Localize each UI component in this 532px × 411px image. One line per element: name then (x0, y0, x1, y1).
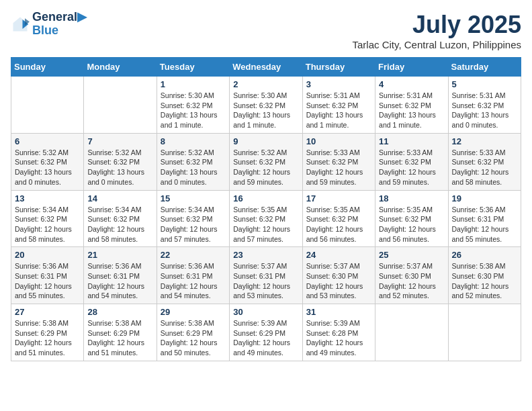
calendar-cell (11, 77, 84, 134)
day-number: 25 (379, 250, 444, 260)
day-number: 14 (87, 193, 152, 203)
calendar-cell: 28Sunrise: 5:38 AM Sunset: 6:29 PM Dayli… (84, 304, 157, 361)
logo: General▶ Blue (11, 11, 87, 38)
day-number: 10 (306, 136, 371, 146)
day-info: Sunrise: 5:32 AM Sunset: 6:32 PM Dayligh… (233, 148, 298, 187)
day-info: Sunrise: 5:34 AM Sunset: 6:32 PM Dayligh… (15, 205, 80, 244)
day-number: 29 (161, 307, 226, 317)
day-number: 20 (15, 250, 80, 260)
day-info: Sunrise: 5:36 AM Sunset: 6:31 PM Dayligh… (15, 261, 80, 301)
calendar-cell: 18Sunrise: 5:35 AM Sunset: 6:32 PM Dayli… (375, 190, 448, 247)
day-info: Sunrise: 5:31 AM Sunset: 6:32 PM Dayligh… (379, 91, 444, 130)
calendar-week-row: 27Sunrise: 5:38 AM Sunset: 6:29 PM Dayli… (11, 304, 521, 361)
calendar-cell: 17Sunrise: 5:35 AM Sunset: 6:32 PM Dayli… (302, 190, 375, 247)
day-number: 18 (379, 193, 444, 203)
day-number: 16 (233, 193, 298, 203)
day-number: 19 (452, 193, 517, 203)
day-of-week-header: Sunday (11, 58, 84, 77)
calendar-cell: 16Sunrise: 5:35 AM Sunset: 6:32 PM Dayli… (230, 190, 302, 247)
day-number: 23 (233, 250, 298, 260)
calendar-cell (84, 77, 157, 134)
day-info: Sunrise: 5:35 AM Sunset: 6:32 PM Dayligh… (233, 205, 298, 244)
day-number: 9 (233, 136, 298, 146)
day-number: 31 (306, 307, 371, 317)
day-number: 4 (379, 79, 444, 89)
calendar-cell: 22Sunrise: 5:36 AM Sunset: 6:31 PM Dayli… (157, 247, 229, 304)
calendar-cell: 1Sunrise: 5:30 AM Sunset: 6:32 PM Daylig… (157, 77, 229, 134)
day-info: Sunrise: 5:34 AM Sunset: 6:32 PM Dayligh… (87, 205, 152, 244)
calendar-cell: 5Sunrise: 5:31 AM Sunset: 6:32 PM Daylig… (448, 77, 521, 134)
day-number: 12 (452, 136, 517, 146)
day-number: 27 (15, 307, 80, 317)
day-info: Sunrise: 5:38 AM Sunset: 6:30 PM Dayligh… (452, 261, 517, 301)
day-of-week-header: Wednesday (230, 58, 302, 77)
day-info: Sunrise: 5:36 AM Sunset: 6:31 PM Dayligh… (161, 261, 226, 301)
day-of-week-header: Saturday (448, 58, 521, 77)
day-info: Sunrise: 5:31 AM Sunset: 6:32 PM Dayligh… (452, 91, 517, 130)
day-info: Sunrise: 5:32 AM Sunset: 6:32 PM Dayligh… (15, 148, 80, 187)
calendar-cell: 23Sunrise: 5:37 AM Sunset: 6:31 PM Dayli… (230, 247, 302, 304)
day-number: 17 (306, 193, 371, 203)
calendar-cell: 24Sunrise: 5:37 AM Sunset: 6:30 PM Dayli… (302, 247, 375, 304)
calendar-table: SundayMondayTuesdayWednesdayThursdayFrid… (11, 57, 521, 361)
logo-icon (11, 15, 30, 34)
day-number: 7 (87, 136, 152, 146)
calendar-cell: 25Sunrise: 5:37 AM Sunset: 6:30 PM Dayli… (375, 247, 448, 304)
day-info: Sunrise: 5:34 AM Sunset: 6:32 PM Dayligh… (161, 205, 226, 244)
day-number: 30 (233, 307, 298, 317)
calendar-cell: 30Sunrise: 5:39 AM Sunset: 6:29 PM Dayli… (230, 304, 302, 361)
calendar-cell: 10Sunrise: 5:33 AM Sunset: 6:32 PM Dayli… (302, 133, 375, 190)
day-info: Sunrise: 5:33 AM Sunset: 6:32 PM Dayligh… (379, 148, 444, 187)
day-number: 15 (161, 193, 226, 203)
day-info: Sunrise: 5:33 AM Sunset: 6:32 PM Dayligh… (306, 148, 371, 187)
day-number: 6 (15, 136, 80, 146)
calendar-cell: 20Sunrise: 5:36 AM Sunset: 6:31 PM Dayli… (11, 247, 84, 304)
calendar-cell: 13Sunrise: 5:34 AM Sunset: 6:32 PM Dayli… (11, 190, 84, 247)
calendar-cell: 6Sunrise: 5:32 AM Sunset: 6:32 PM Daylig… (11, 133, 84, 190)
day-info: Sunrise: 5:39 AM Sunset: 6:29 PM Dayligh… (233, 318, 298, 358)
page-header: General▶ Blue July 2025 Tarlac City, Cen… (11, 11, 521, 50)
calendar-cell: 7Sunrise: 5:32 AM Sunset: 6:32 PM Daylig… (84, 133, 157, 190)
day-number: 13 (15, 193, 80, 203)
day-number: 24 (306, 250, 371, 260)
calendar-cell: 21Sunrise: 5:36 AM Sunset: 6:31 PM Dayli… (84, 247, 157, 304)
calendar-cell: 31Sunrise: 5:39 AM Sunset: 6:28 PM Dayli… (302, 304, 375, 361)
calendar-cell: 26Sunrise: 5:38 AM Sunset: 6:30 PM Dayli… (448, 247, 521, 304)
calendar-week-row: 20Sunrise: 5:36 AM Sunset: 6:31 PM Dayli… (11, 247, 521, 304)
day-number: 1 (161, 79, 226, 89)
day-info: Sunrise: 5:37 AM Sunset: 6:30 PM Dayligh… (379, 261, 444, 301)
calendar-cell: 15Sunrise: 5:34 AM Sunset: 6:32 PM Dayli… (157, 190, 229, 247)
day-number: 2 (233, 79, 298, 89)
day-info: Sunrise: 5:37 AM Sunset: 6:31 PM Dayligh… (233, 261, 298, 301)
calendar-cell (448, 304, 521, 361)
calendar-header-row: SundayMondayTuesdayWednesdayThursdayFrid… (11, 58, 521, 77)
day-info: Sunrise: 5:39 AM Sunset: 6:28 PM Dayligh… (306, 318, 371, 358)
calendar-cell: 14Sunrise: 5:34 AM Sunset: 6:32 PM Dayli… (84, 190, 157, 247)
location-title: Tarlac City, Central Luzon, Philippines (352, 39, 521, 50)
day-info: Sunrise: 5:35 AM Sunset: 6:32 PM Dayligh… (306, 205, 371, 244)
day-of-week-header: Thursday (302, 58, 375, 77)
day-info: Sunrise: 5:32 AM Sunset: 6:32 PM Dayligh… (87, 148, 152, 187)
day-info: Sunrise: 5:33 AM Sunset: 6:32 PM Dayligh… (452, 148, 517, 187)
calendar-cell: 9Sunrise: 5:32 AM Sunset: 6:32 PM Daylig… (230, 133, 302, 190)
day-info: Sunrise: 5:30 AM Sunset: 6:32 PM Dayligh… (161, 91, 226, 130)
day-of-week-header: Friday (375, 58, 448, 77)
day-info: Sunrise: 5:30 AM Sunset: 6:32 PM Dayligh… (233, 91, 298, 130)
calendar-cell: 4Sunrise: 5:31 AM Sunset: 6:32 PM Daylig… (375, 77, 448, 134)
calendar-cell: 8Sunrise: 5:32 AM Sunset: 6:32 PM Daylig… (157, 133, 229, 190)
day-number: 3 (306, 79, 371, 89)
calendar-cell: 3Sunrise: 5:31 AM Sunset: 6:32 PM Daylig… (302, 77, 375, 134)
day-number: 8 (161, 136, 226, 146)
calendar-week-row: 6Sunrise: 5:32 AM Sunset: 6:32 PM Daylig… (11, 133, 521, 190)
day-info: Sunrise: 5:36 AM Sunset: 6:31 PM Dayligh… (452, 205, 517, 244)
day-info: Sunrise: 5:36 AM Sunset: 6:31 PM Dayligh… (87, 261, 152, 301)
calendar-cell: 11Sunrise: 5:33 AM Sunset: 6:32 PM Dayli… (375, 133, 448, 190)
day-number: 22 (161, 250, 226, 260)
day-of-week-header: Monday (84, 58, 157, 77)
month-title: July 2025 (352, 11, 521, 39)
day-info: Sunrise: 5:35 AM Sunset: 6:32 PM Dayligh… (379, 205, 444, 244)
day-info: Sunrise: 5:38 AM Sunset: 6:29 PM Dayligh… (161, 318, 226, 358)
day-info: Sunrise: 5:38 AM Sunset: 6:29 PM Dayligh… (15, 318, 80, 358)
day-info: Sunrise: 5:32 AM Sunset: 6:32 PM Dayligh… (161, 148, 226, 187)
calendar-cell: 19Sunrise: 5:36 AM Sunset: 6:31 PM Dayli… (448, 190, 521, 247)
